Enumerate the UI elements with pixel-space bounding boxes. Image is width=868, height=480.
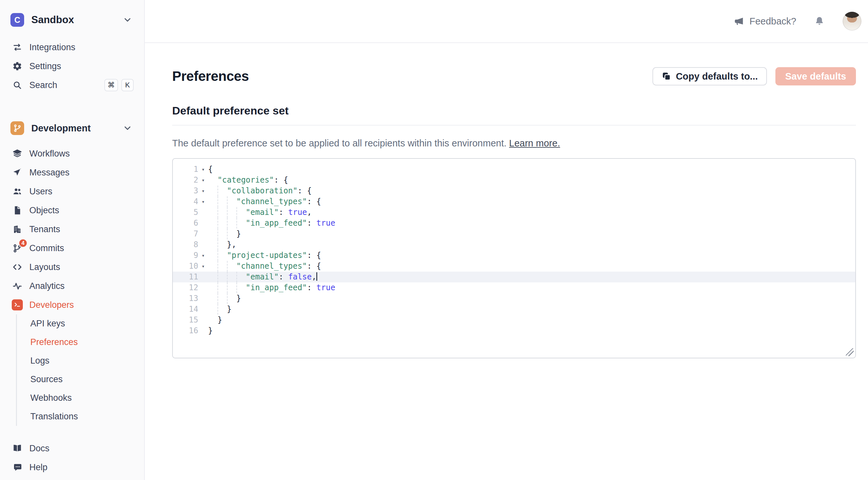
- code-line[interactable]: 7}: [173, 229, 855, 239]
- code-text: }: [208, 315, 222, 325]
- environment-switcher[interactable]: Development: [0, 119, 144, 138]
- code-line[interactable]: 12"in_app_feed": true: [173, 282, 855, 293]
- code-text: "email": false,: [208, 272, 317, 282]
- code-lines: 1▾{2▾"categories": {3▾"collaboration": {…: [173, 164, 855, 336]
- swap-arrows-icon: [12, 42, 23, 53]
- line-number: 10: [173, 261, 198, 272]
- code-line[interactable]: 4▾"channel_types": {: [173, 196, 855, 207]
- sidebar-item-commits[interactable]: 4 Commits: [0, 239, 144, 258]
- save-defaults-button[interactable]: Save defaults: [775, 67, 856, 85]
- code-line[interactable]: 2▾"categories": {: [173, 175, 855, 185]
- line-number: 9: [173, 250, 198, 261]
- fold-gutter: [198, 272, 208, 282]
- code-text: },: [208, 239, 237, 250]
- editor-resize-handle[interactable]: [846, 348, 854, 356]
- code-line[interactable]: 1▾{: [173, 164, 855, 175]
- sidebar-item-workflows[interactable]: Workflows: [0, 144, 144, 163]
- sidebar-item-docs[interactable]: Docs: [0, 439, 144, 458]
- code-line[interactable]: 9▾"project-updates": {: [173, 250, 855, 261]
- sidebar-subitem-webhooks[interactable]: Webhooks: [17, 389, 144, 407]
- chat-icon: [12, 462, 23, 473]
- description-text: The default preference set to be applied…: [172, 138, 506, 148]
- fold-gutter: [198, 218, 208, 229]
- code-line[interactable]: 16}: [173, 325, 855, 336]
- developers-subnav: API keys Preferences Logs Sources Webhoo…: [16, 314, 144, 426]
- code-editor[interactable]: 1▾{2▾"categories": {3▾"collaboration": {…: [172, 158, 856, 358]
- code-line[interactable]: 13}: [173, 293, 855, 304]
- terminal-icon: [12, 299, 23, 310]
- sidebar-item-users[interactable]: Users: [0, 182, 144, 201]
- sidebar-subitem-preferences[interactable]: Preferences: [17, 333, 144, 352]
- line-number: 15: [173, 315, 198, 325]
- sidebar-subitem-logs[interactable]: Logs: [17, 352, 144, 370]
- section-divider: [172, 125, 856, 125]
- code-line[interactable]: 6"in_app_feed": true: [173, 218, 855, 229]
- workspace-logo: C: [10, 13, 24, 27]
- sidebar-item-tenants[interactable]: Tenants: [0, 220, 144, 239]
- top-bar: Feedback?: [145, 0, 868, 43]
- sidebar-item-label: Search: [29, 80, 57, 90]
- sidebar-subitem-translations[interactable]: Translations: [17, 407, 144, 426]
- sidebar-item-integrations[interactable]: Integrations: [0, 38, 144, 57]
- megaphone-icon: [734, 16, 744, 26]
- sidebar-item-help[interactable]: Help: [0, 458, 144, 477]
- line-number: 8: [173, 239, 198, 250]
- git-branch-icon: 4: [12, 243, 23, 254]
- subitem-label: Sources: [30, 374, 63, 385]
- bell-icon: [814, 16, 825, 27]
- fold-arrow-icon[interactable]: ▾: [198, 261, 208, 272]
- code-text: "email": true,: [208, 207, 312, 218]
- workspace-logo-letter: C: [14, 15, 20, 25]
- code-text: "channel_types": {: [208, 196, 321, 207]
- text-cursor: [316, 272, 317, 281]
- feedback-label: Feedback?: [750, 16, 797, 27]
- fold-gutter: [198, 229, 208, 239]
- line-number: 11: [173, 272, 198, 282]
- sidebar-item-developers[interactable]: Developers: [0, 295, 144, 314]
- copy-defaults-button[interactable]: Copy defaults to...: [652, 67, 767, 85]
- sidebar-spacer: [0, 426, 144, 439]
- copy-icon: [661, 71, 671, 81]
- fold-arrow-icon[interactable]: ▾: [198, 175, 208, 185]
- code-text: }: [208, 293, 241, 304]
- workspace-switcher[interactable]: C Sandbox: [0, 0, 144, 35]
- subitem-label: API keys: [30, 319, 65, 329]
- sidebar-subitem-api-keys[interactable]: API keys: [17, 314, 144, 333]
- code-line[interactable]: 15}: [173, 315, 855, 325]
- gear-icon: [12, 61, 23, 72]
- learn-more-link[interactable]: Learn more.: [509, 138, 560, 148]
- code-text: }: [208, 325, 213, 336]
- sidebar-item-messages[interactable]: Messages: [0, 163, 144, 182]
- sidebar-top-nav: Integrations Settings Search ⌘ K: [0, 38, 144, 95]
- code-line[interactable]: 5"email": true,: [173, 207, 855, 218]
- feedback-button[interactable]: Feedback?: [734, 16, 797, 27]
- code-line[interactable]: 11"email": false,: [173, 272, 855, 282]
- code-text: "collaboration": {: [208, 185, 312, 196]
- sidebar-item-settings[interactable]: Settings: [0, 57, 144, 76]
- code-line[interactable]: 3▾"collaboration": {: [173, 185, 855, 196]
- fold-arrow-icon[interactable]: ▾: [198, 185, 208, 196]
- commits-badge: 4: [19, 239, 27, 247]
- code-line[interactable]: 8},: [173, 239, 855, 250]
- fold-arrow-icon[interactable]: ▾: [198, 164, 208, 175]
- line-number: 14: [173, 304, 198, 315]
- sidebar-item-layouts[interactable]: Layouts: [0, 258, 144, 276]
- code-text: "channel_types": {: [208, 261, 321, 272]
- line-number: 1: [173, 164, 198, 175]
- fold-arrow-icon[interactable]: ▾: [198, 196, 208, 207]
- subitem-label: Logs: [30, 356, 50, 366]
- sidebar-item-analytics[interactable]: Analytics: [0, 276, 144, 295]
- user-avatar[interactable]: [843, 12, 862, 31]
- code-line[interactable]: 10▾"channel_types": {: [173, 261, 855, 272]
- notifications-button[interactable]: [814, 16, 825, 27]
- fold-arrow-icon[interactable]: ▾: [198, 250, 208, 261]
- subitem-label: Translations: [30, 412, 78, 422]
- sidebar-bottom-nav: Docs Help: [0, 439, 144, 480]
- line-number: 2: [173, 175, 198, 185]
- app-root: C Sandbox Integrations Settings: [0, 0, 868, 480]
- sidebar-item-search[interactable]: Search ⌘ K: [0, 76, 144, 95]
- code-text: "in_app_feed": true: [208, 282, 335, 293]
- sidebar-item-objects[interactable]: Objects: [0, 201, 144, 220]
- code-line[interactable]: 14}: [173, 304, 855, 315]
- sidebar-subitem-sources[interactable]: Sources: [17, 370, 144, 389]
